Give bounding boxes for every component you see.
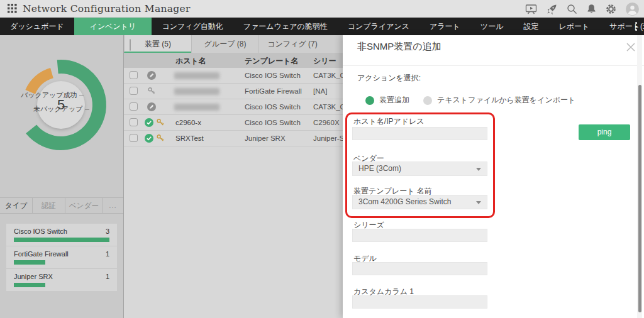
vendor-name: FortiGate Firewall — [14, 250, 69, 258]
table-row[interactable]: FortiGate Firewall [NA] — [124, 84, 343, 99]
table-row[interactable]: SRXTest Juniper SRX Juniper-SRX — [124, 131, 343, 146]
key-icon-gold — [156, 134, 165, 143]
radio-import-label: テキストファイルから装置をインポート — [437, 95, 575, 106]
radio-add-device[interactable] — [365, 96, 374, 105]
table-tab-configs[interactable]: コンフィグ (7) — [258, 35, 326, 53]
vendor-count: 1 — [106, 250, 109, 258]
presentation-play-icon[interactable] — [525, 4, 537, 14]
series-input[interactable] — [352, 229, 487, 242]
table-row[interactable]: Cisco IOS Switch CAT3K_CAA — [124, 99, 343, 115]
leader-line — [79, 96, 84, 96]
sidebar-tab-auth[interactable]: 認証 — [33, 198, 65, 213]
vendor-row-juniper[interactable]: Juniper SRX1 — [6, 269, 117, 291]
user-avatar[interactable] — [626, 3, 639, 16]
vendor-bar — [14, 260, 45, 265]
nav-item-reports[interactable]: レポート — [548, 18, 599, 35]
row-checkbox[interactable] — [130, 118, 138, 126]
blurred-hostname — [174, 72, 219, 79]
nav-item-inventory[interactable]: インベントリ — [74, 18, 152, 35]
edit-status-icon — [147, 71, 156, 80]
cell-hostname: c2960-x — [175, 119, 201, 126]
nav-item-firmware-vulnerability[interactable]: ファームウェアの脆弱性 — [233, 18, 338, 35]
row-checkbox[interactable] — [130, 134, 138, 142]
cell-template: FortiGate Firewall — [245, 87, 302, 95]
nav-item-tools[interactable]: ツール — [470, 18, 514, 35]
add-non-snmp-device-panel: 非SNMP装置の追加 アクションを選択: 装置追加 テキストファイルから装置をイ… — [343, 35, 644, 318]
radio-add-device-label: 装置追加 — [379, 95, 409, 106]
table-tab-devices[interactable]: 装置 (5) — [124, 35, 191, 53]
chevron-down-icon — [476, 168, 481, 171]
nav-item-config-automation[interactable]: コンフィグ自動化 — [152, 18, 233, 35]
edit-status-icon — [147, 102, 156, 111]
close-icon[interactable] — [626, 42, 636, 52]
vendor-name: Cisco IOS Switch — [14, 228, 67, 235]
sidebar-tab-bar: タイプ 認証 ベンダー ... — [0, 197, 123, 214]
blurred-hostname — [174, 88, 219, 95]
backup-ok-icon — [145, 118, 153, 127]
nav-item-alerts[interactable]: アラート — [419, 18, 470, 35]
gear-icon[interactable] — [606, 4, 616, 14]
vendor-row-fortigate[interactable]: FortiGate Firewall1 — [6, 246, 117, 269]
cell-series: Juniper-SRX — [313, 134, 343, 142]
table-row[interactable]: c2960-x Cisco IOS Switch C2960X — [124, 115, 343, 131]
sidebar-tab-type[interactable]: タイプ — [0, 198, 33, 213]
panel-title: 非SNMP装置の追加 — [357, 41, 441, 53]
rocket-icon[interactable] — [547, 4, 557, 14]
main-nav: ダッシュボード インベントリ コンフィグ自動化 ファームウェアの脆弱性 コンプラ… — [0, 18, 644, 35]
col-hostname: ホスト名 — [175, 56, 206, 67]
row-checkbox[interactable] — [130, 71, 138, 79]
table-row[interactable]: Cisco IOS Switch CAT3K_CAA — [124, 68, 343, 84]
chevron-down-icon — [476, 201, 481, 204]
cell-template: Cisco IOS Switch — [245, 119, 301, 126]
radio-import-from-file[interactable] — [423, 96, 432, 105]
key-icon-gray — [147, 87, 156, 96]
col-template: テンプレート名 — [245, 56, 298, 67]
apps-grid-icon[interactable] — [8, 4, 17, 13]
nav-overflow-kebab-icon[interactable] — [631, 18, 640, 35]
app-title: Network Configuration Manager — [23, 3, 191, 14]
divider — [343, 65, 644, 66]
key-icon-gold — [156, 118, 165, 127]
sidebar-tab-more[interactable]: ... — [103, 198, 123, 213]
cell-hostname: SRXTest — [175, 134, 204, 142]
cell-series: CAT3K_CAA — [313, 103, 343, 111]
cell-series: [NA] — [313, 87, 327, 95]
cell-series: CAT3K_CAA — [313, 72, 343, 79]
vendor-name: Juniper SRX — [14, 273, 53, 280]
select-all-checkbox[interactable] — [130, 39, 131, 51]
scrollbar-thumb[interactable] — [638, 85, 641, 312]
leader-line — [85, 109, 89, 110]
table-tab-bar: 装置 (5) グループ (8) コンフィグ (7) — [124, 35, 343, 53]
vendor-count: 3 — [106, 228, 109, 235]
nav-item-compliance[interactable]: コンプライアンス — [338, 18, 419, 35]
host-ip-label: ホスト名/IPアドレス — [353, 116, 425, 127]
vendor-select[interactable]: HPE (3Com) — [352, 162, 487, 176]
search-icon[interactable] — [567, 4, 577, 14]
nav-item-dashboard[interactable]: ダッシュボード — [0, 18, 74, 35]
device-template-select[interactable]: 3Com 4200G Series Switch — [352, 195, 487, 209]
custom-column1-input[interactable] — [352, 295, 487, 309]
sidebar: 5 バックアップ成功 未バックアップ タイプ 認証 ベンダー ... Cisco… — [0, 35, 123, 318]
ping-button[interactable]: ping — [579, 124, 630, 140]
vendor-summary-card: Cisco IOS Switch3 FortiGate Firewall1 Ju… — [6, 224, 117, 291]
bell-icon[interactable] — [587, 4, 596, 14]
vendor-bar — [14, 238, 109, 242]
vendor-count: 1 — [106, 273, 109, 280]
cell-template: Cisco IOS Switch — [245, 103, 301, 111]
nav-item-settings[interactable]: 設定 — [513, 18, 548, 35]
top-bar: Network Configuration Manager — [0, 0, 644, 18]
action-select-label: アクションを選択: — [357, 73, 421, 84]
host-ip-input[interactable] — [352, 127, 487, 140]
model-input[interactable] — [352, 262, 487, 275]
row-checkbox[interactable] — [130, 87, 138, 95]
legend-not-backed-up: 未バックアップ — [33, 104, 89, 114]
cell-series: C2960X — [313, 119, 340, 126]
table-tab-groups[interactable]: グループ (8) — [191, 35, 258, 53]
backup-ok-icon — [145, 134, 153, 143]
legend-backup-success: バックアップ成功 — [21, 90, 84, 100]
row-checkbox[interactable] — [130, 102, 138, 111]
vendor-row-cisco[interactable]: Cisco IOS Switch3 — [6, 224, 117, 246]
cell-template: Juniper SRX — [245, 134, 286, 142]
vendor-bar — [14, 283, 45, 287]
sidebar-tab-vendor[interactable]: ベンダー — [65, 198, 103, 213]
